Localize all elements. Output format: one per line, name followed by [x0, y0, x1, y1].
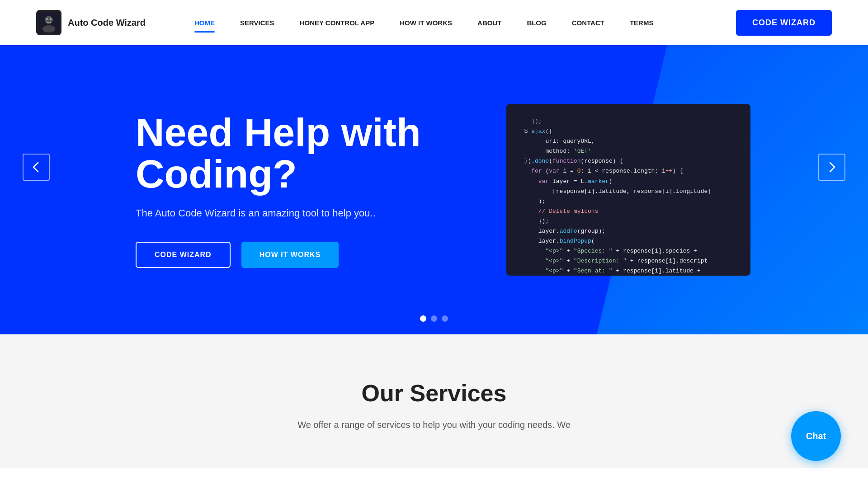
nav-blog[interactable]: BLOG [514, 0, 559, 45]
hero-text-block: Need Help with Coding? The Auto Code Wiz… [136, 112, 452, 268]
svg-point-3 [46, 18, 48, 20]
nav-links: HOME SERVICES HONEY CONTROL APP HOW IT W… [182, 0, 736, 45]
services-description: We offer a range of services to help you… [253, 418, 615, 432]
nav-contact[interactable]: CONTACT [559, 0, 617, 45]
logo-link[interactable]: Auto Code Wizard [36, 10, 146, 35]
nav-about[interactable]: ABOUT [465, 0, 514, 45]
chat-label: Chat [806, 431, 826, 441]
slide-dot-3[interactable] [442, 315, 448, 322]
chat-button[interactable]: Chat [791, 411, 841, 461]
slide-dot-1[interactable] [420, 315, 426, 322]
hero-prev-button[interactable] [23, 154, 50, 181]
nav-terms[interactable]: TERMS [617, 0, 666, 45]
nav-services[interactable]: SERVICES [227, 0, 287, 45]
hero-section: Need Help with Coding? The Auto Code Wiz… [0, 0, 868, 334]
brand-name: Auto Code Wizard [68, 17, 146, 28]
hero-title: Need Help with Coding? [136, 112, 452, 195]
logo-avatar [36, 10, 61, 35]
slide-dot-2[interactable] [431, 315, 437, 322]
hero-subtitle: The Auto Code Wizard is an amazing tool … [136, 207, 452, 219]
hero-code-image: }); $ ajax({ url: queryURL, method: 'GET… [506, 104, 760, 276]
nav-cta-button[interactable]: CODE WIZARD [736, 10, 832, 36]
nav-home[interactable]: HOME [182, 0, 227, 45]
slide-dots [420, 315, 448, 322]
svg-point-2 [42, 25, 55, 33]
hero-inner: Need Help with Coding? The Auto Code Wiz… [0, 77, 868, 303]
hero-next-button[interactable] [818, 154, 845, 181]
navbar: Auto Code Wizard HOME SERVICES HONEY CON… [0, 0, 868, 45]
svg-point-4 [50, 18, 52, 20]
hero-code-wizard-button[interactable]: CODE WIZARD [136, 242, 231, 268]
services-section: Our Services We offer a range of service… [0, 334, 868, 468]
hero-how-it-works-button[interactable]: HOW IT WORKS [241, 242, 339, 268]
nav-honey-control[interactable]: HONEY CONTROL APP [287, 0, 387, 45]
services-title: Our Services [90, 380, 778, 407]
nav-how-it-works[interactable]: HOW IT WORKS [387, 0, 465, 45]
hero-buttons: CODE WIZARD HOW IT WORKS [136, 242, 452, 268]
code-display: }); $ ajax({ url: queryURL, method: 'GET… [506, 104, 750, 276]
